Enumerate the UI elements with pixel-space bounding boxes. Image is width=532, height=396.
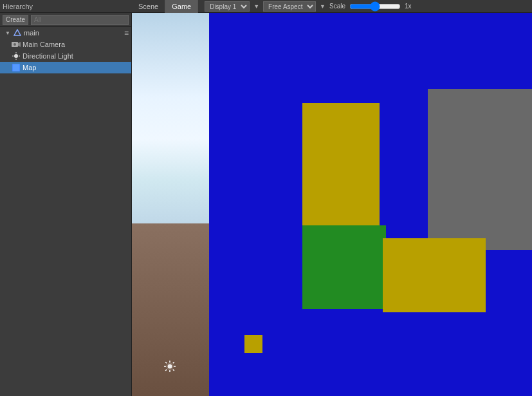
tree-item-main-camera[interactable]: Main Camera xyxy=(0,39,131,50)
svg-line-20 xyxy=(165,370,167,371)
svg-line-17 xyxy=(165,362,167,363)
sun-rays xyxy=(164,361,176,372)
camera-icon xyxy=(12,40,21,49)
display-select[interactable]: Display 1 xyxy=(205,1,250,12)
tree-label-main: main xyxy=(24,29,39,37)
svg-line-18 xyxy=(173,370,174,371)
svg-line-19 xyxy=(173,362,174,363)
main-content: Create ▼ main ≡ xyxy=(0,13,532,396)
tab-game[interactable]: Game xyxy=(165,0,198,13)
map-icon xyxy=(12,63,21,72)
tree-item-main[interactable]: ▼ main ≡ xyxy=(0,27,131,39)
hierarchy-tab-area: Hierarchy xyxy=(0,3,132,10)
aspect-select[interactable]: Free Aspect xyxy=(263,1,316,12)
svg-point-4 xyxy=(14,54,18,58)
svg-marker-0 xyxy=(14,30,21,35)
create-button[interactable]: Create xyxy=(3,15,28,25)
tree-label-map: Map xyxy=(23,64,36,71)
scale-value: 1x xyxy=(405,3,415,10)
scene-game-tabs: Scene Game Display 1 ▼ Free Aspect ▼ Sca… xyxy=(132,0,532,13)
block-gray xyxy=(428,89,532,250)
hierarchy-panel: Create ▼ main ≡ xyxy=(0,13,132,396)
hierarchy-toolbar: Create xyxy=(0,13,131,27)
block-yellow-bottom xyxy=(383,238,486,312)
arrow-icon: ▼ xyxy=(253,3,259,10)
svg-marker-2 xyxy=(18,42,21,47)
svg-rect-10 xyxy=(13,64,19,71)
scale-slider[interactable] xyxy=(349,1,401,12)
scene-view xyxy=(132,13,209,396)
tree-item-map[interactable]: Map xyxy=(0,62,131,73)
svg-point-3 xyxy=(14,43,16,46)
scene-sky xyxy=(132,13,209,223)
views-container xyxy=(132,13,532,396)
top-bar: Hierarchy Scene Game Display 1 ▼ Free As… xyxy=(0,0,532,13)
search-input[interactable] xyxy=(31,15,129,25)
hierarchy-label: Hierarchy xyxy=(3,3,33,10)
light-icon xyxy=(12,52,21,61)
tree-label-main-camera: Main Camera xyxy=(23,41,65,48)
tab-scene[interactable]: Scene xyxy=(132,0,165,13)
scene-game-area xyxy=(132,13,532,396)
game-view xyxy=(209,13,532,396)
sun-container xyxy=(164,361,177,373)
block-yellow-top xyxy=(302,103,380,229)
arrow2-icon: ▼ xyxy=(320,3,326,10)
game-toolbar: Display 1 ▼ Free Aspect ▼ Scale 1x xyxy=(201,1,419,12)
block-green xyxy=(302,225,386,309)
sun-icon xyxy=(164,361,176,372)
hierarchy-list: ▼ main ≡ Main Camera xyxy=(0,27,131,396)
svg-point-11 xyxy=(168,364,172,369)
tree-label-directional-light: Directional Light xyxy=(23,52,73,60)
tree-arrow-main: ▼ xyxy=(4,29,12,37)
block-small-yellow xyxy=(244,335,262,353)
tree-item-directional-light[interactable]: Directional Light xyxy=(0,50,131,62)
main-unity-icon xyxy=(13,28,22,37)
main-options-icon[interactable]: ≡ xyxy=(124,28,129,37)
scale-label: Scale xyxy=(329,3,345,10)
